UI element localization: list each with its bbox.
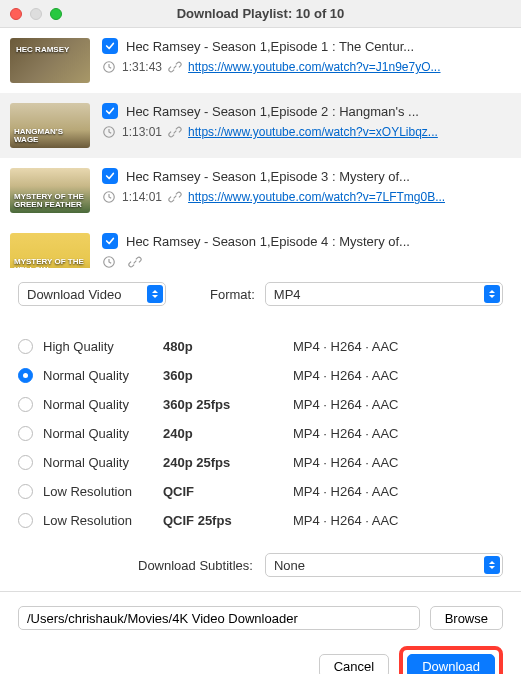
quality-resolution: 480p <box>163 339 293 354</box>
quality-name: Low Resolution <box>43 513 163 528</box>
video-url[interactable]: https://www.youtube.com/watch?v=J1n9e7yO… <box>188 60 440 74</box>
clock-icon <box>102 190 116 204</box>
radio-button[interactable] <box>18 368 33 383</box>
playlist-item[interactable]: MYSTERY OF THE GREEN FEATHERHec Ramsey -… <box>0 158 521 223</box>
quality-resolution: QCIF <box>163 484 293 499</box>
radio-button[interactable] <box>18 455 33 470</box>
quality-option[interactable]: Normal Quality240p 25fpsMP4 · H264 · AAC <box>18 448 503 477</box>
path-row: Browse <box>18 606 503 630</box>
quality-codec: MP4 · H264 · AAC <box>293 455 399 470</box>
video-title: Hec Ramsey - Season 1,Episode 3 : Myster… <box>126 169 410 184</box>
link-icon <box>128 255 142 268</box>
quality-codec: MP4 · H264 · AAC <box>293 513 399 528</box>
quality-codec: MP4 · H264 · AAC <box>293 368 399 383</box>
playlist-item[interactable]: HEC RAMSEYHec Ramsey - Season 1,Episode … <box>0 28 521 93</box>
dropdown-arrows-icon <box>147 285 163 303</box>
quality-name: Normal Quality <box>43 426 163 441</box>
quality-resolution: 240p <box>163 426 293 441</box>
action-select[interactable]: Download Video <box>18 282 166 306</box>
quality-option[interactable]: Normal Quality360p 25fpsMP4 · H264 · AAC <box>18 390 503 419</box>
quality-resolution: QCIF 25fps <box>163 513 293 528</box>
quality-name: High Quality <box>43 339 163 354</box>
format-select-value: MP4 <box>274 287 301 302</box>
quality-option[interactable]: Low ResolutionQCIFMP4 · H264 · AAC <box>18 477 503 506</box>
quality-list: High Quality480pMP4 · H264 · AACNormal Q… <box>18 332 503 535</box>
clock-icon <box>102 255 116 268</box>
subtitles-label: Download Subtitles: <box>138 558 253 573</box>
quality-codec: MP4 · H264 · AAC <box>293 397 399 412</box>
video-url[interactable]: https://www.youtube.com/watch?v=xOYLibqz… <box>188 125 438 139</box>
format-label: Format: <box>210 287 255 302</box>
video-duration: 1:13:01 <box>122 125 162 139</box>
dropdown-arrows-icon <box>484 285 500 303</box>
playlist: HEC RAMSEYHec Ramsey - Season 1,Episode … <box>0 28 521 268</box>
lower-panel: Download Video Format: MP4 High Quality4… <box>0 268 521 674</box>
quality-resolution: 240p 25fps <box>163 455 293 470</box>
checkbox-icon[interactable] <box>102 38 118 54</box>
playlist-item[interactable]: MYSTERY OF THE YELLOWHec Ramsey - Season… <box>0 223 521 268</box>
quality-name: Normal Quality <box>43 368 163 383</box>
download-button[interactable]: Download <box>407 654 495 674</box>
video-title: Hec Ramsey - Season 1,Episode 1 : The Ce… <box>126 39 414 54</box>
clock-icon <box>102 125 116 139</box>
quality-codec: MP4 · H264 · AAC <box>293 426 399 441</box>
quality-option[interactable]: Low ResolutionQCIF 25fpsMP4 · H264 · AAC <box>18 506 503 535</box>
window-title: Download Playlist: 10 of 10 <box>0 6 521 21</box>
download-highlight: Download <box>399 646 503 674</box>
link-icon <box>168 190 182 204</box>
video-thumbnail: HANGMAN'S WAGE <box>10 103 90 148</box>
radio-button[interactable] <box>18 397 33 412</box>
link-icon <box>168 60 182 74</box>
checkbox-icon[interactable] <box>102 103 118 119</box>
quality-name: Low Resolution <box>43 484 163 499</box>
download-path-input[interactable] <box>18 606 420 630</box>
browse-button[interactable]: Browse <box>430 606 503 630</box>
dropdown-arrows-icon <box>484 556 500 574</box>
video-duration: 1:31:43 <box>122 60 162 74</box>
quality-option[interactable]: High Quality480pMP4 · H264 · AAC <box>18 332 503 361</box>
quality-resolution: 360p 25fps <box>163 397 293 412</box>
checkbox-icon[interactable] <box>102 168 118 184</box>
video-title: Hec Ramsey - Season 1,Episode 4 : Myster… <box>126 234 410 249</box>
link-icon <box>168 125 182 139</box>
quality-resolution: 360p <box>163 368 293 383</box>
action-select-value: Download Video <box>27 287 121 302</box>
subtitles-select[interactable]: None <box>265 553 503 577</box>
action-format-row: Download Video Format: MP4 <box>18 282 503 306</box>
playlist-item-meta: Hec Ramsey - Season 1,Episode 4 : Myster… <box>102 233 509 268</box>
video-duration: 1:14:01 <box>122 190 162 204</box>
video-title: Hec Ramsey - Season 1,Episode 2 : Hangma… <box>126 104 419 119</box>
quality-option[interactable]: Normal Quality240pMP4 · H264 · AAC <box>18 419 503 448</box>
radio-button[interactable] <box>18 426 33 441</box>
playlist-item-meta: Hec Ramsey - Season 1,Episode 3 : Myster… <box>102 168 509 204</box>
video-url[interactable]: https://www.youtube.com/watch?v=7LFTmg0B… <box>188 190 445 204</box>
quality-name: Normal Quality <box>43 455 163 470</box>
radio-button[interactable] <box>18 339 33 354</box>
subtitles-row: Download Subtitles: None <box>18 553 503 577</box>
radio-button[interactable] <box>18 484 33 499</box>
quality-codec: MP4 · H264 · AAC <box>293 339 399 354</box>
clock-icon <box>102 60 116 74</box>
subtitles-value: None <box>274 558 305 573</box>
checkbox-icon[interactable] <box>102 233 118 249</box>
cancel-button[interactable]: Cancel <box>319 654 389 674</box>
titlebar: Download Playlist: 10 of 10 <box>0 0 521 28</box>
playlist-item-meta: Hec Ramsey - Season 1,Episode 2 : Hangma… <box>102 103 509 139</box>
video-thumbnail: MYSTERY OF THE GREEN FEATHER <box>10 168 90 213</box>
video-thumbnail: MYSTERY OF THE YELLOW <box>10 233 90 268</box>
video-thumbnail: HEC RAMSEY <box>10 38 90 83</box>
playlist-item[interactable]: HANGMAN'S WAGEHec Ramsey - Season 1,Epis… <box>0 93 521 158</box>
divider <box>0 591 521 592</box>
quality-codec: MP4 · H264 · AAC <box>293 484 399 499</box>
dialog-actions: Cancel Download <box>18 646 503 674</box>
format-select[interactable]: MP4 <box>265 282 503 306</box>
radio-button[interactable] <box>18 513 33 528</box>
quality-option[interactable]: Normal Quality360pMP4 · H264 · AAC <box>18 361 503 390</box>
playlist-item-meta: Hec Ramsey - Season 1,Episode 1 : The Ce… <box>102 38 509 74</box>
quality-name: Normal Quality <box>43 397 163 412</box>
